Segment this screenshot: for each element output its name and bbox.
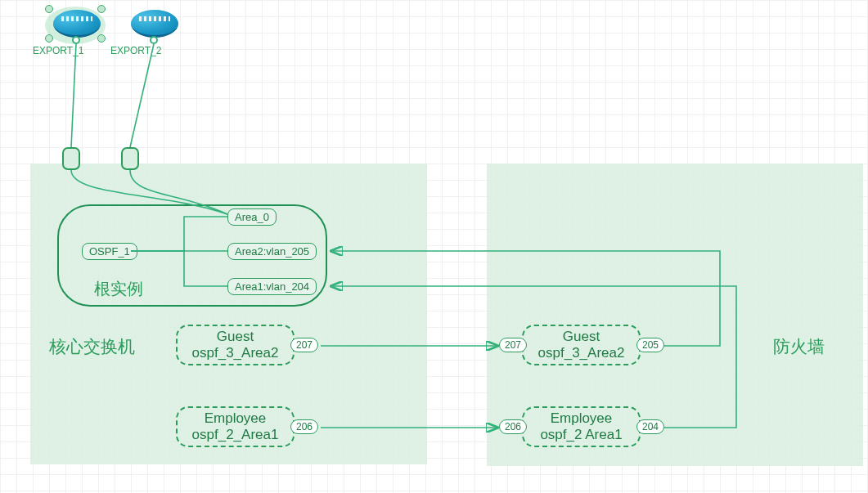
router-2-label: EXPORT_2 <box>110 45 161 56</box>
core-employee-name: Employee <box>178 410 293 427</box>
selection-handle-nw[interactable] <box>45 5 53 13</box>
core-guest-port[interactable]: 207 <box>290 338 318 352</box>
router-2-port[interactable] <box>150 36 158 44</box>
ospf-process-pill[interactable]: OSPF_1 <box>82 243 137 260</box>
area0-pill[interactable]: Area_0 <box>227 208 277 226</box>
core-guest-vrf[interactable]: Guest ospf_3_Area2 <box>176 325 295 365</box>
adapter-1[interactable] <box>62 147 80 170</box>
core-guest-detail: ospf_3_Area2 <box>178 345 293 361</box>
core-employee-port[interactable]: 206 <box>290 419 318 434</box>
core-switch-label: 核心交换机 <box>49 335 135 358</box>
router-export-1[interactable] <box>53 10 101 38</box>
fw-guest-detail: ospf_3_Area2 <box>524 345 639 361</box>
core-employee-vrf[interactable]: Employee ospf_2_Area1 <box>176 406 295 447</box>
adapter-2[interactable] <box>121 147 139 170</box>
fw-employee-name: Employee <box>524 410 639 427</box>
fw-guest-name: Guest <box>524 329 639 345</box>
area2-pill[interactable]: Area2:vlan_205 <box>227 243 317 260</box>
router-1-port[interactable] <box>72 36 80 44</box>
root-instance-label: 根实例 <box>94 278 143 300</box>
selection-handle-se[interactable] <box>97 34 106 43</box>
fw-employee-port-right[interactable]: 204 <box>636 419 664 434</box>
router-export-2[interactable] <box>131 10 178 38</box>
firewall-label: 防火墙 <box>773 335 825 358</box>
core-guest-name: Guest <box>178 329 293 345</box>
fw-employee-port-left[interactable]: 206 <box>499 419 527 434</box>
fw-employee-detail: ospf_2 Area1 <box>524 427 639 443</box>
selection-handle-sw[interactable] <box>45 34 53 43</box>
fw-employee-vrf[interactable]: Employee ospf_2 Area1 <box>522 406 641 447</box>
fw-guest-port-right[interactable]: 205 <box>636 338 664 352</box>
fw-guest-vrf[interactable]: Guest ospf_3_Area2 <box>522 325 641 365</box>
core-employee-detail: ospf_2_Area1 <box>178 427 293 443</box>
selection-handle-ne[interactable] <box>97 5 106 13</box>
area1-pill[interactable]: Area1:vlan_204 <box>227 278 317 295</box>
router-1-label: EXPORT_1 <box>33 45 83 56</box>
fw-guest-port-left[interactable]: 207 <box>499 338 527 352</box>
